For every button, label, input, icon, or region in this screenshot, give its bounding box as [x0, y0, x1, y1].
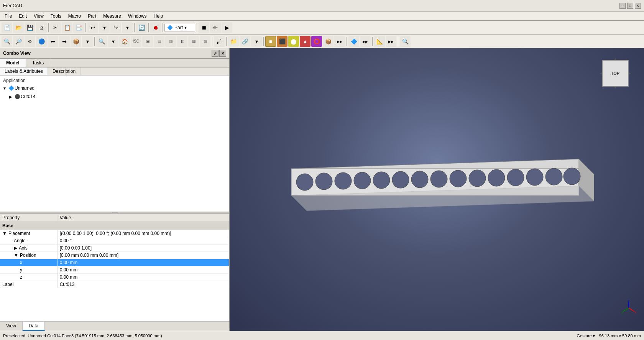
svg-text:z: z [628, 300, 629, 302]
props-row-label[interactable]: Label Cut013 [0, 281, 229, 288]
edit-script-btn[interactable]: ✏ [210, 22, 221, 33]
view-select[interactable]: 🔵 [36, 36, 47, 47]
sphere-btn[interactable]: ⬤ [288, 36, 299, 47]
open-btn[interactable]: 📂 [13, 22, 24, 33]
bool-more[interactable]: ▸▸ [360, 36, 371, 47]
cone-btn[interactable]: ▲ [300, 36, 310, 47]
view-front[interactable]: ▣ [142, 36, 153, 47]
viewport[interactable]: ▲ ▼ ◄ ► TOP x y z [230, 48, 644, 331]
tree-toggle-cut014[interactable]: ▶ [8, 95, 14, 99]
props-row-y[interactable]: y 0.00 mm [0, 266, 229, 274]
bottom-tab-data[interactable]: Data [23, 322, 45, 331]
props-val-y: 0.00 mm [57, 266, 229, 274]
group-btn[interactable]: 📁 [228, 36, 239, 47]
boolean-btn[interactable]: 🔷 [348, 36, 359, 47]
menu-tools[interactable]: Tools [48, 13, 64, 20]
maximize-button[interactable]: □ [627, 3, 633, 9]
gesture-indicator[interactable]: Gesture▼ [577, 333, 596, 338]
tube-btn[interactable]: 📦 [323, 36, 334, 47]
view-home[interactable]: 🏠 [119, 36, 130, 47]
workbench-selector[interactable]: 🔷 Part ▾ [164, 24, 195, 31]
save-btn[interactable]: 💾 [25, 22, 35, 33]
props-row-axis[interactable]: ▶Axis [0.00 0.00 1.00] [0, 245, 229, 252]
placement-toggle[interactable]: ▼ [2, 231, 7, 236]
props-row-placement[interactable]: ▼Placement [(0.00 0.00 1.00); 0.00 °; (0… [0, 230, 229, 237]
menu-view[interactable]: View [31, 13, 47, 20]
measure-more[interactable]: ▸▸ [386, 36, 396, 47]
link-dropdown[interactable]: ▾ [251, 36, 262, 47]
sub-tab-labels[interactable]: Labels & Attributes [0, 67, 48, 75]
bottom-tab-bar: View Data [0, 321, 229, 331]
view-zoom-out[interactable]: ⊘ [25, 36, 35, 47]
search-btn[interactable]: 🔍 [400, 36, 411, 47]
view-forward[interactable]: ➡ [59, 36, 70, 47]
undo-dropdown-btn[interactable]: ▾ [99, 22, 110, 33]
bottom-tab-view[interactable]: View [0, 322, 23, 331]
sep4 [148, 23, 149, 32]
tree-toggle-unnamed[interactable]: ▼ [2, 86, 8, 90]
copy-btn[interactable]: 📋 [62, 22, 72, 33]
view-dropdown[interactable]: ▾ [82, 36, 93, 47]
view-back[interactable]: ⬅ [48, 36, 58, 47]
cut-btn[interactable]: ✂ [50, 22, 61, 33]
tree-item-unnamed[interactable]: ▼ 🔷 Unnamed [0, 84, 229, 92]
cylinder-btn[interactable]: ⬛ [277, 36, 288, 47]
main-content: Combo View ⤢ ✕ Model Tasks Labels & Attr… [0, 48, 644, 331]
torus-btn[interactable]: ⭕ [311, 36, 322, 47]
props-row-position[interactable]: ▼Position [0.00 mm 0.00 mm 0.00 mm] [0, 252, 229, 259]
menu-help[interactable]: Help [151, 13, 166, 20]
redo-dropdown-btn[interactable]: ▾ [122, 22, 133, 33]
props-row-angle[interactable]: Angle 0.00 ° [0, 237, 229, 245]
props-row-x[interactable]: x 0.00 mm [0, 259, 229, 266]
view-zoom-sel[interactable]: 🔍 [96, 36, 107, 47]
tab-model[interactable]: Model [0, 59, 26, 67]
menu-macro[interactable]: Macro [65, 13, 84, 20]
view-isometric[interactable]: ISO [131, 36, 141, 47]
menu-measure[interactable]: Measure [100, 13, 124, 20]
undo-btn[interactable]: ↩ [87, 22, 98, 33]
close-button[interactable]: ✕ [635, 3, 641, 9]
menu-file[interactable]: File [2, 13, 15, 20]
stop-macro-btn[interactable]: ⏹ [199, 22, 209, 33]
view-zoom-fit[interactable]: 🔍 [2, 36, 12, 47]
props-val-z: 0.00 mm [57, 274, 229, 281]
menu-part[interactable]: Part [85, 13, 99, 20]
view-right[interactable]: ▥ [165, 36, 176, 47]
prim-more[interactable]: ▸▸ [334, 36, 345, 47]
view-top[interactable]: ▤ [154, 36, 164, 47]
link-btn[interactable]: 🔗 [240, 36, 250, 47]
minimize-button[interactable]: ─ [619, 3, 626, 9]
axis-indicator: x y z [621, 300, 636, 315]
view-zoom-dropdown[interactable]: ▾ [108, 36, 118, 47]
refresh-btn[interactable]: 🔄 [136, 22, 147, 33]
combo-close-btn[interactable]: ✕ [219, 50, 226, 57]
view-zoom-in[interactable]: 🔎 [13, 36, 24, 47]
macro-record-btn[interactable]: ⏺ [150, 22, 161, 33]
measure-linear[interactable]: 📐 [374, 36, 385, 47]
sep11 [347, 37, 347, 46]
tab-tasks[interactable]: Tasks [26, 59, 51, 67]
tree-item-cut014[interactable]: ▶ ⚫ Cut014 [0, 92, 229, 101]
run-script-btn[interactable]: ▶ [222, 22, 232, 33]
draw-style[interactable]: 🖊 [214, 36, 225, 47]
paste-btn[interactable]: 📑 [73, 22, 84, 33]
print-btn[interactable]: 🖨 [36, 22, 47, 33]
nav-cube[interactable]: ▲ ▼ ◄ ► TOP [598, 56, 632, 90]
view-3d[interactable]: 📦 [71, 36, 81, 47]
view-back2[interactable]: ◧ [177, 36, 187, 47]
menu-edit[interactable]: Edit [16, 13, 30, 20]
view-bottom[interactable]: ▦ [188, 36, 199, 47]
sub-tab-description[interactable]: Description [48, 67, 80, 75]
menu-windows[interactable]: Windows [125, 13, 150, 20]
box-btn[interactable]: ■ [265, 36, 276, 47]
axis-toggle[interactable]: ▶ [14, 245, 17, 251]
position-toggle[interactable]: ▼ [14, 253, 18, 258]
tree-icon-cut014: ⚫ [14, 93, 21, 100]
nav-cube-face[interactable]: TOP [602, 60, 629, 87]
props-row-z[interactable]: z 0.00 mm [0, 274, 229, 281]
redo-btn[interactable]: ↪ [110, 22, 121, 33]
sep3 [134, 23, 135, 32]
combo-expand-btn[interactable]: ⤢ [212, 50, 219, 57]
view-left[interactable]: ▧ [200, 36, 210, 47]
new-btn[interactable]: 📄 [2, 22, 12, 33]
